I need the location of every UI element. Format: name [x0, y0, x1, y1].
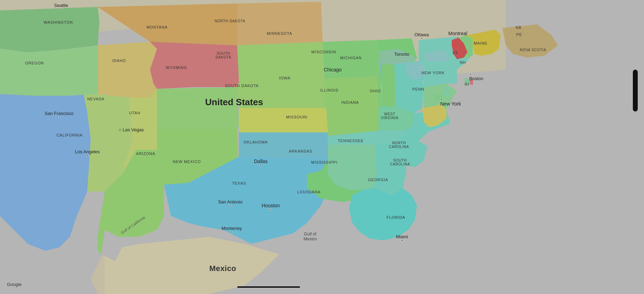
city-seattle-label: Seattle [54, 3, 68, 8]
city-losangeles-label: Los Angeles [75, 149, 100, 154]
state-label-minnesota: MINNESOTA [267, 31, 292, 36]
scroll-indicator[interactable] [633, 70, 638, 111]
state-label-newmexico: NEW MEXICO [173, 160, 201, 164]
state-label-southdakota: SOUTHDAKOTA [216, 52, 231, 59]
state-label-oregon: OREGON [25, 61, 44, 65]
state-label-newyork: NEW YORK [421, 71, 445, 75]
state-label-georgia: GEORGIA [368, 178, 388, 182]
city-boston-label: Boston [469, 76, 483, 81]
city-monterrey: Monterrey [222, 226, 242, 234]
city-sanfrancisco-dot [58, 116, 60, 118]
city-newyork-dot [440, 98, 442, 100]
state-label-iowa: IOWA [279, 76, 290, 80]
state-label-nh: NH [460, 60, 466, 64]
city-miami-label: Miami [396, 234, 408, 239]
city-montreal-label: Montreal [448, 31, 467, 36]
gulf-mexico-label: Gulf ofMexico [304, 232, 317, 241]
state-label-vt: VT [452, 51, 458, 55]
city-seattle-dot [60, 8, 62, 10]
city-toronto: Toronto [394, 52, 409, 60]
state-label-idaho: IDAHO [112, 59, 126, 63]
city-seattle: Seattle [54, 3, 68, 11]
city-lasvegas: ○ Las Vegas [119, 127, 144, 132]
city-ottawa-dot [421, 37, 423, 39]
state-label-illinois: ILLINOIS [320, 88, 338, 92]
city-chicago-label: Chicago [324, 67, 342, 72]
city-dallas-label: Dallas [254, 158, 268, 164]
city-newyork-label: New York [440, 101, 461, 107]
state-label-wisconsin: WISCONSIN [311, 50, 336, 54]
state-label-montana: MONTANA [147, 25, 167, 29]
state-label-northdakota: NORTH DAKOTA [215, 19, 245, 23]
city-sanantonio-label: San Antonio [218, 199, 242, 204]
state-label-utah: UTAH [129, 111, 141, 115]
city-houston: Houston [262, 203, 280, 211]
city-newyork: New York [440, 98, 461, 107]
state-label-florida: FLORIDA [387, 215, 405, 219]
city-miami: Miami [396, 234, 408, 242]
state-label-ohio: OHIO [370, 89, 381, 93]
state-label-washington: WASHINGTON [44, 20, 73, 24]
google-watermark: Google [7, 282, 22, 287]
state-label-penn: PENN [412, 87, 424, 91]
state-label-ri: RI [465, 82, 469, 86]
city-houston-label: Houston [262, 203, 280, 208]
state-label-novascotia: NOVA SCOTIA [520, 48, 546, 52]
city-chicago: Chicago [324, 67, 342, 75]
state-label-california: CALIFORNIA [57, 133, 83, 137]
map-svg [0, 0, 644, 294]
city-monterrey-label: Monterrey [222, 226, 242, 231]
state-label-wyoming: WYOMING [166, 65, 187, 70]
state-label-nebraska: SOUTH DAKOTA [225, 84, 259, 88]
city-toronto-label: Toronto [394, 52, 409, 57]
state-label-missouri: MISSOURI [286, 115, 307, 119]
state-label-oklahoma: OKLAHOMA [244, 140, 268, 144]
city-montreal-dot [457, 36, 459, 38]
state-label-westvirginia: WESTVIRGINIA [381, 112, 398, 120]
mexico-label: Mexico [209, 264, 236, 273]
city-monterrey-dot [231, 231, 233, 233]
city-dallas-dot [260, 164, 262, 166]
state-label-michigan: MICHIGAN [340, 56, 362, 60]
city-dallas: Dallas [254, 158, 268, 167]
scale-bar-container [237, 286, 300, 288]
state-label-louisiana: LOUISIANA [297, 190, 321, 194]
state-label-maine: MAINE [474, 41, 487, 45]
state-label-nevada: NEVADA [87, 97, 105, 101]
city-sanfrancisco-label: San Francisco [45, 111, 74, 116]
city-ottawa: Ottawa [414, 32, 429, 40]
state-label-arizona: ARIZONA [136, 152, 155, 156]
state-label-arkansas: ARKANSAS [289, 149, 312, 153]
svg-rect-3 [443, 86, 449, 97]
state-label-pe: PE [516, 32, 522, 37]
city-toronto-dot [401, 57, 403, 59]
city-houston-dot [270, 208, 272, 210]
state-label-mississippi: MISSISSIPPI [311, 160, 337, 164]
city-lasvegas-label: ○ Las Vegas [119, 127, 144, 132]
state-label-indiana: INDIANA [341, 100, 359, 105]
city-chicago-dot [332, 72, 334, 75]
state-label-northcarolina: NORTHCAROLINA [389, 141, 409, 149]
city-boston: Boston [469, 73, 483, 81]
city-ottawa-label: Ottawa [414, 32, 429, 37]
city-losangeles: Los Angeles [75, 149, 100, 157]
state-label-tennessee: TENNESSEE [338, 139, 364, 143]
city-miami-dot [401, 239, 403, 241]
state-label-nb: NB [516, 25, 522, 30]
city-sanfrancisco: San Francisco [45, 111, 74, 119]
city-montreal: Montreal [448, 31, 467, 39]
map-container[interactable]: WASHINGTON OREGON CALIFORNIA NEVADA IDAH… [0, 0, 644, 294]
state-label-texas: TEXAS [232, 181, 246, 185]
city-sanantonio-dot [229, 204, 231, 207]
state-label-southcarolina: SOUTHCAROLINA [390, 158, 410, 166]
city-boston-dot [469, 73, 471, 75]
scale-bar [237, 286, 300, 288]
city-losangeles-dot [86, 154, 88, 156]
city-sanantonio: San Antonio [218, 199, 242, 207]
country-label: United States [205, 97, 263, 108]
